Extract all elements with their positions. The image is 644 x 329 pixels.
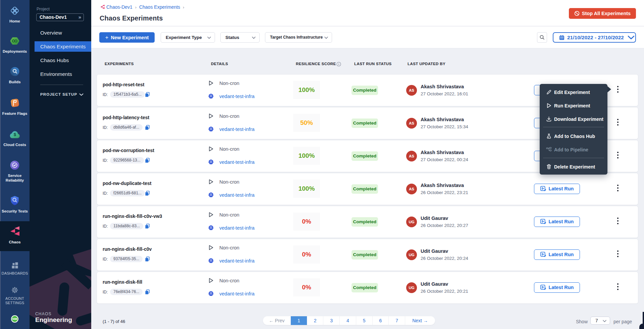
svg-text:$: $ bbox=[13, 132, 16, 137]
